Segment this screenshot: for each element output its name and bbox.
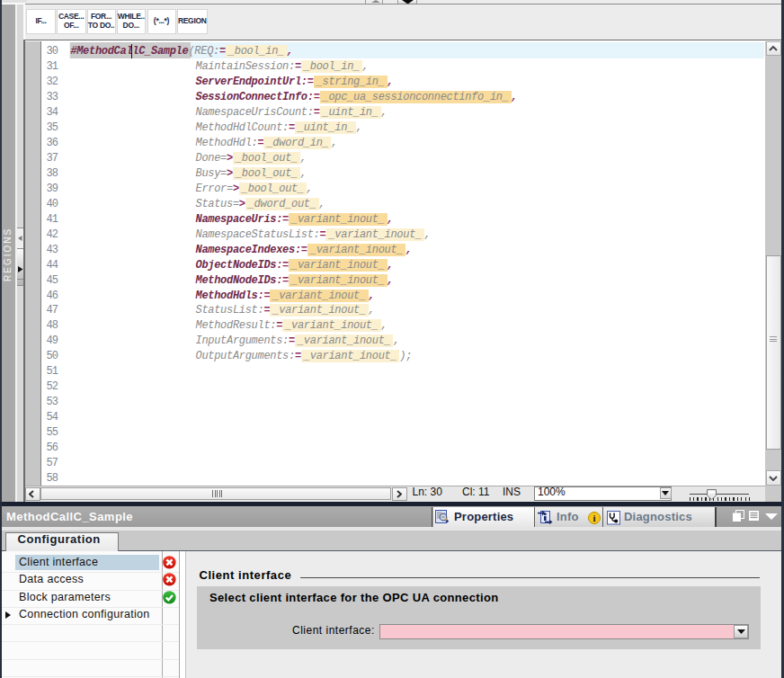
- svg-text:i: i: [592, 513, 595, 523]
